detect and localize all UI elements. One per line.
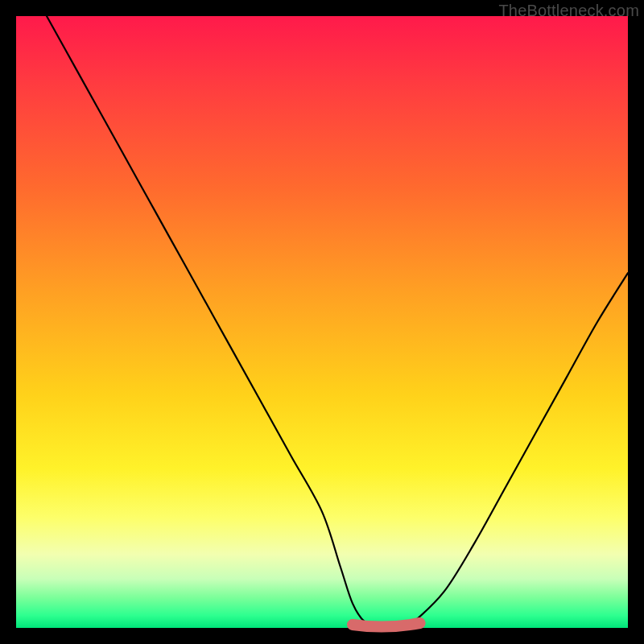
- plot-area: [16, 16, 628, 628]
- chart-frame: TheBottleneck.com: [0, 0, 644, 644]
- bottleneck-chart-svg: [16, 16, 628, 628]
- bottleneck-curve-line: [47, 16, 628, 629]
- trough-marker: [353, 623, 420, 627]
